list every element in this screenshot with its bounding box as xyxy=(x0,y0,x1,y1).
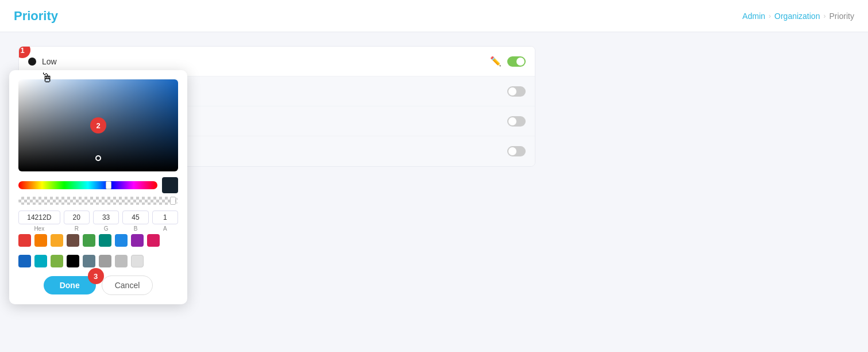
step-badge-2: 2 xyxy=(90,117,106,133)
hex-field-container: Hex xyxy=(18,211,60,232)
gradient-canvas[interactable]: 2 xyxy=(18,79,178,171)
swatches-container xyxy=(18,234,178,247)
swatch[interactable] xyxy=(131,255,144,267)
swatch[interactable] xyxy=(83,234,95,247)
swatch[interactable] xyxy=(115,255,128,267)
swatch[interactable] xyxy=(99,255,111,267)
breadcrumb-organization[interactable]: Organization xyxy=(774,12,820,21)
row-actions-2 xyxy=(507,86,526,97)
swatch[interactable] xyxy=(147,234,160,247)
hue-thumb xyxy=(106,181,111,189)
toggle-low[interactable] xyxy=(507,56,526,67)
picker-buttons: Done 3 Cancel xyxy=(18,276,178,295)
step-badge-3: 3 xyxy=(88,268,104,284)
swatch[interactable] xyxy=(51,234,63,247)
hex-input[interactable] xyxy=(18,211,60,224)
r-label: R xyxy=(64,225,90,232)
toggle-2[interactable] xyxy=(507,86,526,97)
page-title: Priority xyxy=(14,9,58,24)
main-content: 1 Low ✏️ 🖱 xyxy=(0,32,868,181)
header: Priority Admin › Organization › Priority xyxy=(0,0,868,32)
swatch[interactable] xyxy=(131,234,144,247)
edit-icon-low[interactable]: ✏️ xyxy=(490,56,501,67)
r-input[interactable] xyxy=(64,211,90,224)
swatch[interactable] xyxy=(34,255,47,267)
swatch[interactable] xyxy=(67,234,79,247)
r-field-container: R xyxy=(64,211,90,232)
swatch[interactable] xyxy=(83,255,95,267)
swatch[interactable] xyxy=(115,234,128,247)
toggle-4[interactable] xyxy=(507,146,526,156)
cancel-button[interactable]: Cancel xyxy=(102,276,153,295)
cancel-label: Cancel xyxy=(115,281,140,290)
breadcrumb-admin[interactable]: Admin xyxy=(742,12,765,21)
alpha-slider[interactable] xyxy=(18,197,178,205)
color-preview-box xyxy=(162,177,178,193)
a-input[interactable] xyxy=(152,211,178,224)
swatches-row2-container xyxy=(18,255,178,267)
gradient-cursor xyxy=(95,155,101,161)
g-input[interactable] xyxy=(93,211,119,224)
g-field-container: G xyxy=(93,211,119,232)
swatch[interactable] xyxy=(34,234,47,247)
swatch[interactable] xyxy=(51,255,63,267)
a-field-container: A xyxy=(152,211,178,232)
step-badge-1: 1 xyxy=(18,46,30,58)
row-actions-3 xyxy=(507,116,526,127)
swatch[interactable] xyxy=(67,255,79,267)
color-dot-low[interactable] xyxy=(28,58,36,66)
row-actions-4 xyxy=(507,146,526,156)
swatch[interactable] xyxy=(18,255,31,267)
alpha-thumb xyxy=(170,197,176,205)
breadcrumb-current: Priority xyxy=(829,12,854,21)
b-label: B xyxy=(122,225,148,232)
hue-slider[interactable] xyxy=(18,181,157,189)
breadcrumb-sep-2: › xyxy=(823,12,825,20)
hex-label: Hex xyxy=(18,225,60,232)
row-actions-low: ✏️ xyxy=(490,56,526,67)
done-button[interactable]: Done 3 xyxy=(44,276,96,294)
hue-slider-row xyxy=(18,177,178,193)
rgba-inputs: Hex R G B A xyxy=(18,211,178,232)
breadcrumb-sep-1: › xyxy=(769,12,771,20)
row-label-low: Low xyxy=(42,57,490,66)
g-label: G xyxy=(93,225,119,232)
a-label: A xyxy=(152,225,178,232)
swatch[interactable] xyxy=(18,234,31,247)
breadcrumb: Admin › Organization › Priority xyxy=(742,12,854,21)
done-label: Done xyxy=(60,281,80,290)
color-picker-popup: 2 Hex R xyxy=(9,70,187,304)
b-field-container: B xyxy=(122,211,148,232)
swatch[interactable] xyxy=(99,234,111,247)
b-input[interactable] xyxy=(122,211,148,224)
toggle-3[interactable] xyxy=(507,116,526,127)
alpha-slider-container xyxy=(18,197,178,205)
